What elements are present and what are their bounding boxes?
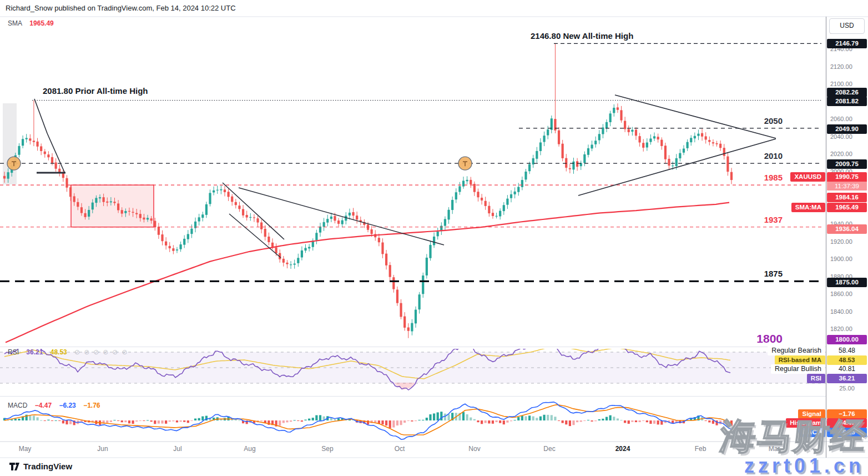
price-scale-label[interactable]: 2040.00 (830, 133, 852, 140)
level-label-2010: 2010 (706, 151, 783, 161)
axis-badge-1800.00[interactable]: 1800.00 (827, 335, 867, 344)
macd-signal-value: −1.76 (83, 402, 100, 409)
axis-badge-2146.79[interactable]: 2146.79 (827, 39, 867, 48)
time-axis-may[interactable]: May (19, 445, 32, 453)
axis-badge-36.21[interactable]: 36.21 (827, 374, 867, 383)
level-label-1800: 1800 (706, 332, 783, 345)
axis-badge-1990.75[interactable]: 1990.7511:37:39 (827, 172, 867, 191)
series-tag-regular-bearish: Regular Bearish (768, 346, 825, 355)
axis-badge-58.48[interactable]: 58.48 (827, 346, 867, 355)
time-axis-2024[interactable]: 2024 (615, 445, 630, 453)
macd-legend-label: MACD (8, 402, 27, 409)
level-label-2050: 2050 (706, 116, 783, 126)
time-axis-jul[interactable]: Jul (173, 445, 181, 453)
price-scale-label[interactable]: 1820.00 (830, 325, 852, 332)
maximize-icon[interactable]: ⊘ (122, 348, 127, 356)
settings-icon[interactable]: ⊘ (84, 348, 89, 356)
alert-icon[interactable]: ⊘ (112, 348, 118, 356)
time-axis-nov[interactable]: Nov (468, 445, 480, 453)
publish-caption: Richard_Snow published on TradingView.co… (6, 4, 236, 12)
axis-badge-1984.16[interactable]: 1984.16 (827, 193, 867, 202)
countdown-timer: 11:37:39 (827, 182, 867, 191)
axis-badge-40.81[interactable]: 40.81 (827, 364, 867, 374)
series-tag-signal: Signal (798, 409, 825, 419)
annotation-prior-ath: 2081.80 Prior All-time High (43, 86, 148, 96)
time-axis-aug[interactable]: Aug (244, 445, 255, 453)
level-label-1985: 1985 (706, 173, 783, 182)
axis-badge-−6.23[interactable]: −6.23 (827, 428, 867, 437)
rsi-legend: RSI 36.21 48.53 ⊘⊘⊘⊘⊘⊘ (8, 348, 131, 356)
axis-badge-1875.00[interactable]: 1875.00 (827, 278, 867, 287)
time-axis-jun[interactable]: Jun (97, 445, 108, 453)
chart-canvas[interactable] (0, 0, 868, 476)
price-scale-label[interactable]: 1860.00 (830, 290, 852, 297)
price-scale-label[interactable]: 1840.00 (830, 308, 852, 315)
rsi-ma-legend-value: 48.53 (51, 348, 67, 356)
rsi-legend-label: RSI (8, 348, 19, 356)
axis-badge-1936.04[interactable]: 1936.04 (827, 224, 867, 234)
time-axis-feb[interactable]: Feb (695, 445, 706, 453)
time-axis-oct[interactable]: Oct (395, 445, 405, 453)
tradingview-logo-text: TradingView (23, 462, 72, 471)
tradingview-logo[interactable]: TradingView (9, 461, 72, 471)
tradingview-logo-icon (9, 461, 20, 471)
series-tag-sma-ma: SMA:MA (791, 203, 825, 212)
annotation-new-ath: 2146.80 New All-time High (531, 31, 633, 41)
axis-badge-25.00[interactable]: 25.00 (827, 384, 867, 393)
sma-legend: SMA 1965.49 (8, 19, 59, 27)
axis-badge-−4.47[interactable]: −4.47 (827, 418, 867, 428)
hide-icon[interactable]: ⊘ (74, 348, 80, 356)
time-axis-dec[interactable]: Dec (543, 445, 555, 453)
axis-badge-−1.76[interactable]: −1.76 (827, 409, 867, 419)
rsi-legend-value: 36.21 (26, 348, 43, 356)
price-scale-label[interactable]: 2060.00 (830, 116, 852, 122)
price-scale-label[interactable]: 2100.00 (830, 81, 852, 87)
macd-legend: MACD −4.47 −6.23 −1.76 (8, 402, 106, 409)
axis-badge-1965.49[interactable]: 1965.49 (827, 203, 867, 212)
sma-legend-label: SMA (8, 19, 22, 27)
price-scale-label[interactable]: 2020.00 (830, 151, 852, 157)
axis-badge-2081.82[interactable]: 2081.82 (827, 97, 867, 106)
series-tag-rsi-based-ma: RSI-based MA (775, 355, 825, 365)
time-axis-mar[interactable]: Mar (769, 445, 780, 453)
axis-badge-2049.90[interactable]: 2049.90 (827, 124, 867, 134)
series-tag-rsi: RSI (807, 374, 825, 383)
delete-icon[interactable]: ⊘ (93, 348, 99, 356)
series-tag-xauusd: XAUUSD (790, 172, 825, 182)
axis-badge-48.53[interactable]: 48.53 (827, 355, 867, 365)
series-tag-macd: MACD (799, 428, 826, 437)
more-icon[interactable]: ⊘ (103, 348, 108, 356)
series-tag-histogram: Histogram (786, 418, 825, 428)
price-scale-label[interactable]: 2120.00 (830, 63, 852, 70)
price-scale-label[interactable]: 1900.00 (830, 255, 852, 262)
macd-line-value: −6.23 (59, 402, 75, 409)
series-tag-regular-bullish: Regular Bullish (771, 364, 825, 374)
watermark-url: zzrt01.cn (744, 454, 865, 476)
time-axis-sep[interactable]: Sep (321, 445, 333, 453)
level-label-1875: 1875 (706, 269, 783, 278)
currency-selector-button[interactable]: USD (829, 18, 865, 34)
tradingview-chart-screenshot: Richard_Snow published on TradingView.co… (0, 0, 868, 476)
macd-hist-value: −4.47 (35, 402, 52, 409)
level-label-1937: 1937 (706, 215, 783, 224)
axis-badge-2082.26[interactable]: 2082.26 (827, 88, 867, 97)
sma-legend-value: 1965.49 (29, 19, 53, 27)
axis-badge-2009.75[interactable]: 2009.75 (827, 159, 867, 169)
price-scale-label[interactable]: 1920.00 (830, 238, 852, 245)
